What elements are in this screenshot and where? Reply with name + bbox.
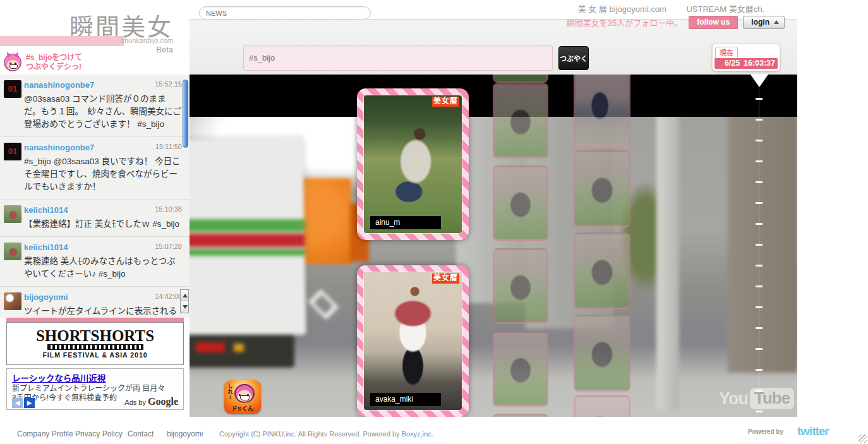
filmstrip-icon bbox=[47, 344, 143, 350]
faded-photo-card[interactable] bbox=[493, 248, 548, 324]
timeline-scroll-arrows bbox=[180, 289, 189, 313]
tweet-username[interactable]: bijogoyomi bbox=[24, 292, 68, 302]
avatar[interactable]: 01 bbox=[4, 80, 21, 98]
site-domain: shunkanbijo.com bbox=[121, 37, 173, 44]
model-card-ainu[interactable]: 美女暦 ainu_m bbox=[357, 88, 469, 240]
youtube-watermark[interactable]: You Tube bbox=[719, 388, 794, 409]
login-button-label: login bbox=[751, 18, 769, 27]
current-time-widget: 現在 6/25 16:03:37 bbox=[712, 44, 780, 71]
ads-by-text: Ads by bbox=[124, 399, 148, 406]
time-tick bbox=[756, 327, 763, 329]
model-photo: 美女暦 ainu_m bbox=[364, 95, 462, 233]
avatar[interactable] bbox=[4, 205, 21, 223]
callout-line2: つぶやくデシっ! bbox=[26, 63, 81, 71]
faded-photo-card[interactable] bbox=[574, 395, 630, 417]
tweet-item: keiichi1014 15:10:38 【業務連絡】訂正 美女ﾓでしたｗ #s… bbox=[0, 200, 190, 237]
time-tick bbox=[756, 223, 763, 225]
twitter-logo[interactable]: twitter bbox=[797, 424, 829, 438]
faded-photo-card[interactable] bbox=[574, 232, 630, 309]
top-links: 美 女 暦 bijogoyomi.com USTREAM 美女暦ch. bbox=[560, 3, 764, 15]
time-tick bbox=[756, 140, 763, 141]
clock-date: 6/25 bbox=[725, 59, 740, 68]
shunkanbijo-page: 美 女 暦 bijogoyomi.com USTREAM 美女暦ch. 瞬間美女… bbox=[0, 0, 868, 444]
faded-photo-card[interactable] bbox=[574, 150, 630, 227]
faded-photo-card[interactable] bbox=[574, 315, 630, 392]
login-button[interactable]: login bbox=[743, 16, 785, 29]
tweet-timestamp: 15:52:15 bbox=[155, 80, 182, 88]
follow-row: 瞬間美女を35人がフォロー中。 follow us login bbox=[567, 16, 785, 29]
faded-photo-card[interactable] bbox=[493, 75, 548, 83]
ads-by-google-label[interactable]: Ads by Google bbox=[124, 396, 178, 407]
window-resize-handle[interactable] bbox=[859, 435, 867, 443]
google-ad-text-line1: 新プレミアムイントラレーシックが両 目月々 bbox=[12, 384, 165, 393]
copyright-text: Copyright (C) PINKU,inc. All Rights Rese… bbox=[219, 430, 433, 438]
model-card-avaka[interactable]: 美女暦 avaka_miki bbox=[357, 265, 469, 417]
tweet-timestamp: 15:10:38 bbox=[155, 205, 182, 213]
scroll-down-icon[interactable] bbox=[180, 301, 189, 313]
time-tick bbox=[756, 265, 763, 267]
truck-stripe bbox=[190, 219, 304, 232]
hashtag-callout-text: #s_bijoをつけて つぶやくデシっ! bbox=[26, 53, 82, 72]
faded-photo-card[interactable] bbox=[574, 75, 630, 148]
time-tick bbox=[756, 98, 763, 100]
sidebar: 瞬間美女 shunkanbijo.com Beta #s_bijoをつけて つぶ… bbox=[0, 0, 190, 444]
time-tick bbox=[756, 160, 763, 162]
tweet-username[interactable]: nanashinogonbe7 bbox=[24, 80, 94, 90]
brand-header: 瞬間美女 shunkanbijo.com Beta #s_bijoをつけて つぶ… bbox=[0, 0, 190, 75]
boxyz-link[interactable]: Boxyz,inc. bbox=[402, 430, 433, 438]
time-tick bbox=[756, 348, 763, 350]
tweet-compose-input[interactable] bbox=[243, 45, 553, 71]
prev-ad-icon[interactable]: ◀ bbox=[12, 398, 23, 408]
ad-divider-bar bbox=[6, 318, 184, 322]
news-input[interactable] bbox=[199, 6, 371, 20]
callout-line1: #s_bijoをつけて bbox=[26, 53, 82, 62]
video-stage[interactable]: 美女暦 ainu_m 美女暦 avaka_miki しれー ドSくん You T… bbox=[190, 75, 797, 417]
building bbox=[728, 114, 797, 373]
link-bijogoyomi-site[interactable]: 美 女 暦 bijogoyomi.com bbox=[578, 4, 666, 14]
footer: Company Profile Privacy Policy Contact b… bbox=[0, 417, 868, 444]
timeline-scrollbar[interactable] bbox=[183, 80, 188, 148]
ds-kun-side-text: しれー bbox=[226, 383, 233, 400]
faded-photo-card[interactable] bbox=[493, 83, 548, 159]
time-tick bbox=[756, 306, 763, 308]
scroll-up-icon[interactable] bbox=[180, 289, 189, 301]
tweet-text: #s_bijo @03sasa03 良いですね！ 今日こそ金曜日ですし、焼肉を食… bbox=[24, 155, 182, 193]
top-bar: 美 女 暦 bijogoyomi.com USTREAM 美女暦ch. 瞬間美女… bbox=[190, 0, 797, 75]
next-ad-icon[interactable]: ▶ bbox=[24, 398, 35, 408]
footer-link-contact[interactable]: Contact bbox=[128, 429, 154, 438]
truck-stripe bbox=[190, 234, 304, 247]
link-ustream-channel[interactable]: USTREAM 美女暦ch. bbox=[686, 4, 764, 14]
youtube-logo-tube: Tube bbox=[750, 388, 794, 409]
footer-link-bijogoyomi[interactable]: bijogoyomi bbox=[167, 429, 203, 438]
tweet-timeline[interactable]: 01 nanashinogonbe7 15:52:15 @03sasa03 コマ… bbox=[0, 75, 190, 318]
tweet-username[interactable]: nanashinogonbe7 bbox=[24, 143, 94, 152]
google-ad-link[interactable]: レーシックなら品川近視 bbox=[12, 374, 105, 383]
shortshorts-ad-banner[interactable]: SHORTSHORTS FILM FESTIVAL & ASIA 2010 bbox=[6, 322, 184, 365]
tweet-text: 【業務連絡】訂正 美女ﾓでしたｗ #s_bijo bbox=[24, 218, 182, 231]
follow-us-button[interactable]: follow us bbox=[689, 16, 738, 29]
faded-photo-card[interactable] bbox=[493, 165, 548, 241]
tweet-submit-button[interactable]: つぶやく bbox=[558, 46, 589, 70]
bijogoyomi-badge: 美女暦 bbox=[432, 273, 459, 284]
footer-link-privacy[interactable]: Privacy Policy bbox=[75, 429, 123, 438]
beta-label: Beta bbox=[156, 45, 173, 54]
mascot-icon bbox=[4, 54, 21, 71]
avatar[interactable] bbox=[4, 292, 21, 310]
tweet-timestamp: 15:07:28 bbox=[155, 243, 182, 250]
footer-link-company[interactable]: Company Profile bbox=[17, 429, 73, 438]
ds-kun-mascot-button[interactable]: しれー ドSくん bbox=[224, 380, 261, 414]
tweet-item: 01 nanashinogonbe7 15:52:15 @03sasa03 コマ… bbox=[0, 75, 190, 137]
shortshorts-subtitle: FILM FESTIVAL & ASIA 2010 bbox=[7, 351, 183, 359]
time-tick bbox=[756, 119, 763, 121]
truck-stripe bbox=[190, 249, 304, 256]
tweet-username[interactable]: keiichi1014 bbox=[24, 205, 68, 215]
tweet-username[interactable]: keiichi1014 bbox=[24, 243, 68, 252]
avatar[interactable]: 01 bbox=[4, 143, 21, 160]
avatar[interactable] bbox=[4, 243, 21, 260]
login-arrow-icon bbox=[774, 20, 779, 24]
ds-kun-label: ドSくん bbox=[224, 404, 261, 412]
faded-photo-card[interactable] bbox=[493, 331, 548, 407]
model-photo: 美女暦 avaka_miki bbox=[364, 272, 462, 410]
model-name-label: ainu_m bbox=[370, 216, 441, 229]
time-tick bbox=[756, 181, 763, 183]
